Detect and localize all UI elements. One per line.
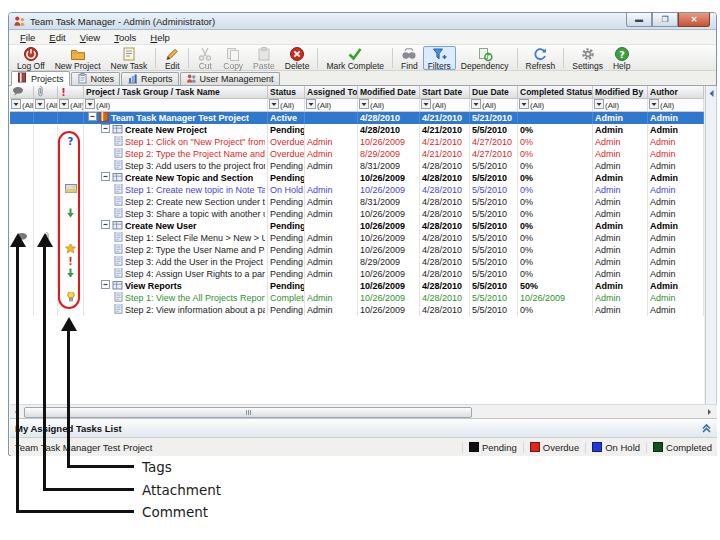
log-off-button[interactable]: Log Off [12,46,50,70]
tab-user-management[interactable]: User Management [180,72,280,85]
filter-assigned[interactable]: (All) [305,99,358,111]
tags-arrow-line [67,331,70,468]
collapse-left-icon[interactable] [707,88,716,98]
menu-view[interactable]: View [73,31,107,44]
col-header-attachment[interactable] [34,86,58,98]
table-row[interactable]: Team Task Manager Test ProjectActive4/28… [10,112,704,124]
table-row[interactable]: Step 2: View information about a particu… [10,304,704,316]
table-row[interactable]: Step 1: Create new topic in Note Tab.On … [10,184,704,196]
menu-file[interactable]: File [13,31,42,44]
expander-minus-icon[interactable] [101,172,110,184]
table-row[interactable]: Create New ProjectPending4/28/20104/21/2… [10,124,704,136]
help-button[interactable]: ?Help [608,46,635,70]
table-row[interactable]: Step 2: Type the Project Name and Descri… [10,148,704,160]
expander-minus-icon[interactable] [101,124,110,136]
col-header-comment[interactable] [10,86,34,98]
start-cell: 4/28/2010 [420,244,470,256]
copy-icon [225,46,241,62]
step-page-icon [114,160,123,172]
col-header-priority[interactable]: ! [58,86,84,98]
title-bar[interactable]: Team Task Manager - Admin (Administrator… [9,13,716,30]
assigned-value: Admin [307,136,333,148]
copy-button[interactable]: Copy [218,46,248,70]
table-row[interactable]: ?Step 1: Click on "New Project" from the… [10,136,704,148]
col-header-assigned[interactable]: Assigned To [305,86,358,98]
assigned-tasks-panel-header[interactable]: My Assigned Tasks List [10,418,717,437]
filters-button[interactable]: Filters [423,46,456,70]
filter-attachment[interactable]: (All) [34,99,58,111]
menu-tools[interactable]: Tools [107,31,143,44]
completed-value: 0% [520,268,533,280]
table-row[interactable]: Step 3: Add users to the project from th… [10,160,704,172]
table-row[interactable]: Step 4: Assign User Rights to a particul… [10,268,704,280]
table-row[interactable]: View ReportsPending10/26/20094/28/20105/… [10,280,704,292]
scroll-right-icon[interactable] [703,406,716,418]
expander-minus-icon[interactable] [88,112,97,124]
edit-button[interactable]: Edit [159,46,185,70]
tab-reports[interactable]: Reports [121,72,179,85]
toolbar-separator [188,48,189,68]
filter-comment[interactable]: (All) [10,99,34,111]
filter-name[interactable]: (All) [84,99,268,111]
refresh-button[interactable]: Refresh [521,46,561,70]
completed-value: 50% [520,280,538,292]
table-row[interactable]: Step 2: Create new Section under the sel… [10,196,704,208]
minimize-button[interactable]: ▬ [626,13,652,27]
col-header-start[interactable]: Start Date [420,86,470,98]
task-name: Step 3: Add users to the project from th… [125,160,265,172]
expander-minus-icon[interactable] [101,280,110,292]
modified_by-value: Admin [595,220,623,232]
filter-start[interactable]: (All) [420,99,470,111]
scrollbar-thumb[interactable] [24,407,472,418]
dependency-button[interactable]: Dependency [456,46,514,70]
filter-completed[interactable]: (All) [518,99,593,111]
menu-help[interactable]: Help [143,31,177,44]
table-row[interactable]: Create New Topic and SectionPending10/26… [10,172,704,184]
completed-value: 0% [520,172,533,184]
collapse-up-icon[interactable] [701,419,712,437]
filter-modified[interactable]: (All) [358,99,420,111]
filter-due[interactable]: (All) [470,99,518,111]
modified_by-cell: Admin [593,172,648,184]
delete-button[interactable]: Delete [280,46,315,70]
col-header-modified_by[interactable]: Modified By [593,86,648,98]
col-header-status[interactable]: Status [268,86,305,98]
table-row[interactable]: Step 1: Select File Menu > New > UserPen… [10,232,704,244]
col-header-author[interactable]: Author [648,86,704,98]
col-header-completed[interactable]: Completed Status [518,86,593,98]
close-button[interactable]: ✕ [678,13,710,27]
restore-button[interactable]: ❐ [652,13,678,27]
col-header-due[interactable]: Due Date [470,86,518,98]
table-row[interactable]: !Step 3: Add the User in the Project by … [10,256,704,268]
filter-author[interactable]: (All) [648,99,704,111]
filter-status[interactable]: (All) [268,99,305,111]
horizontal-scrollbar[interactable] [10,404,717,418]
new-project-button[interactable]: New Project [50,46,106,70]
status-value: On Hold [270,184,303,196]
new-task-button[interactable]: New Task [106,46,153,70]
table-row[interactable]: Step 1: View the All Projects ReportComp… [10,292,704,304]
dd-icon [85,99,95,111]
task-name-cell: View Reports [84,280,268,292]
expander-minus-icon[interactable] [101,220,110,232]
find-button[interactable]: Find [396,46,423,70]
filter-modified_by[interactable]: (All) [593,99,648,111]
tab-notes[interactable]: Notes [71,72,121,85]
filter-priority[interactable]: (All) [58,99,84,111]
table-row[interactable]: Step 2: Type the User Name and PasswordP… [10,244,704,256]
mark-complete-button[interactable]: Mark Complete [321,46,389,70]
menu-edit[interactable]: Edit [42,31,72,44]
table-row[interactable]: Create New UserPending10/26/20094/28/201… [10,220,704,232]
settings-label: Settings [572,62,603,71]
tab-notes-icon [77,73,88,86]
col-header-name[interactable]: Project / Task Group / Task Name [84,86,268,98]
col-header-modified[interactable]: Modified Date [358,86,420,98]
paste-button[interactable]: Paste [248,46,280,70]
settings-button[interactable]: Settings [567,46,608,70]
right-panel-splitter[interactable] [705,86,717,416]
tab-projects[interactable]: Projects [11,71,70,86]
cut-button[interactable]: Cut [192,46,218,70]
modified_by-cell: Admin [593,196,648,208]
table-row[interactable]: Step 3: Share a topic with another user.… [10,208,704,220]
modified_by-cell: Admin [593,136,648,148]
